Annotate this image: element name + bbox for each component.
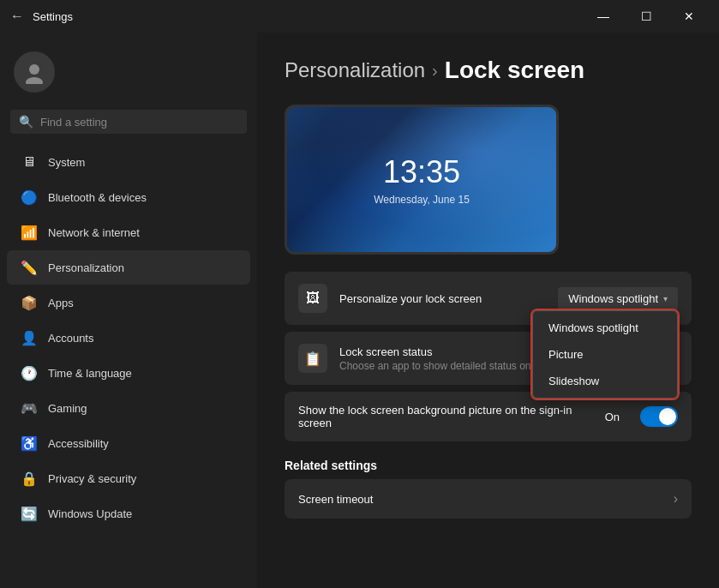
sidebar-item-time[interactable]: 🕐 Time & language xyxy=(7,356,250,390)
sidebar-item-network[interactable]: 📶 Network & internet xyxy=(7,215,250,249)
personalize-dropdown[interactable]: Windows spotlight xyxy=(558,287,678,310)
background-row: Show the lock screen background picture … xyxy=(285,392,692,441)
background-card: Show the lock screen background picture … xyxy=(285,392,692,441)
sidebar-label-apps: Apps xyxy=(48,297,74,309)
dropdown-item-spotlight[interactable]: Windows spotlight xyxy=(536,315,674,341)
maximize-button[interactable]: ☐ xyxy=(626,3,666,29)
sidebar-label-gaming: Gaming xyxy=(48,402,87,415)
back-button[interactable]: ← xyxy=(10,9,24,24)
breadcrumb-current: Lock screen xyxy=(445,57,584,84)
titlebar-controls: — ☐ ✕ xyxy=(584,3,709,29)
sidebar-item-system[interactable]: 🖥 System xyxy=(7,145,250,179)
screen-timeout-text: Screen timeout xyxy=(298,493,662,506)
personalize-text: Personalize your lock screen xyxy=(339,292,546,305)
background-title: Show the lock screen background picture … xyxy=(298,404,593,429)
sidebar-item-accessibility[interactable]: ♿ Accessibility xyxy=(7,426,250,460)
sidebar-label-personalization: Personalization xyxy=(48,261,124,274)
personalize-row: 🖼 Personalize your lock screen Windows s… xyxy=(285,272,692,325)
related-settings-title: Related settings xyxy=(285,459,692,472)
app-body: 🔍 🖥 System 🔵 Bluetooth & devices 📶 Netwo… xyxy=(0,33,719,588)
personalize-dropdown-wrapper: Windows spotlight Windows spotlight Pict… xyxy=(558,287,678,310)
sidebar-item-apps[interactable]: 📦 Apps xyxy=(7,285,250,320)
dropdown-item-slideshow[interactable]: Slideshow xyxy=(536,368,674,394)
personalize-title: Personalize your lock screen xyxy=(339,292,546,305)
network-icon: 📶 xyxy=(21,224,38,241)
screen-timeout-row[interactable]: Screen timeout › xyxy=(285,479,692,519)
sidebar-user xyxy=(0,43,257,106)
lock-date: Wednesday, June 15 xyxy=(374,194,470,206)
lock-preview: 13:35 Wednesday, June 15 xyxy=(285,105,559,255)
system-icon: 🖥 xyxy=(21,153,38,171)
accounts-icon: 👤 xyxy=(21,329,38,346)
svg-point-0 xyxy=(29,64,39,75)
update-icon: 🔄 xyxy=(21,505,38,522)
breadcrumb: Personalization › Lock screen xyxy=(285,57,692,84)
background-toggle[interactable] xyxy=(640,406,678,427)
personalize-icon: 🖼 xyxy=(298,284,327,313)
sidebar-label-bluetooth: Bluetooth & devices xyxy=(48,191,147,204)
apps-icon: 📦 xyxy=(21,294,38,311)
search-icon: 🔍 xyxy=(19,115,33,129)
close-button[interactable]: ✕ xyxy=(669,3,709,29)
chevron-right-icon: › xyxy=(674,491,678,507)
breadcrumb-parent: Personalization xyxy=(285,58,425,82)
sidebar-label-update: Windows Update xyxy=(48,507,132,520)
sidebar-label-accessibility: Accessibility xyxy=(48,437,109,450)
bluetooth-icon: 🔵 xyxy=(21,189,38,206)
personalize-card: 🖼 Personalize your lock screen Windows s… xyxy=(285,272,692,325)
search-box[interactable]: 🔍 xyxy=(10,110,247,134)
accessibility-icon: ♿ xyxy=(21,435,38,452)
sidebar-item-bluetooth[interactable]: 🔵 Bluetooth & devices xyxy=(7,180,250,214)
status-icon: 📋 xyxy=(298,344,327,373)
search-input[interactable] xyxy=(40,116,238,129)
toggle-label: On xyxy=(605,411,620,423)
related-settings-card: Screen timeout › xyxy=(285,479,692,519)
sidebar: 🔍 🖥 System 🔵 Bluetooth & devices 📶 Netwo… xyxy=(0,33,257,588)
sidebar-item-update[interactable]: 🔄 Windows Update xyxy=(7,496,250,531)
dropdown-item-picture[interactable]: Picture xyxy=(536,341,674,368)
screen-timeout-title: Screen timeout xyxy=(298,493,662,506)
time-icon: 🕐 xyxy=(21,364,38,381)
minimize-button[interactable]: — xyxy=(584,3,623,29)
titlebar-title: Settings xyxy=(33,10,73,23)
sidebar-label-network: Network & internet xyxy=(48,226,140,239)
svg-point-1 xyxy=(26,77,43,84)
breadcrumb-sep: › xyxy=(432,61,438,81)
personalize-dropdown-menu: Windows spotlight Picture Slideshow xyxy=(532,310,678,399)
sidebar-item-privacy[interactable]: 🔒 Privacy & security xyxy=(7,461,250,495)
avatar xyxy=(14,51,55,93)
sidebar-item-accounts[interactable]: 👤 Accounts xyxy=(7,321,250,355)
personalization-icon: ✏️ xyxy=(21,259,38,276)
titlebar: ← Settings — ☐ ✕ xyxy=(0,0,719,33)
sidebar-label-privacy: Privacy & security xyxy=(48,472,136,485)
nav-list: 🖥 System 🔵 Bluetooth & devices 📶 Network… xyxy=(0,144,257,531)
content: Personalization › Lock screen 13:35 Wedn… xyxy=(257,33,719,588)
lock-time: 13:35 xyxy=(383,154,460,190)
toggle-knob xyxy=(659,408,676,425)
sidebar-item-gaming[interactable]: 🎮 Gaming xyxy=(7,391,250,425)
privacy-icon: 🔒 xyxy=(21,470,38,487)
gaming-icon: 🎮 xyxy=(21,399,38,417)
sidebar-item-personalization[interactable]: ✏️ Personalization xyxy=(7,250,250,285)
background-text: Show the lock screen background picture … xyxy=(298,404,593,429)
sidebar-label-system: System xyxy=(48,156,85,169)
titlebar-left: ← Settings xyxy=(10,9,73,24)
sidebar-label-time: Time & language xyxy=(48,367,132,380)
sidebar-label-accounts: Accounts xyxy=(48,332,93,345)
